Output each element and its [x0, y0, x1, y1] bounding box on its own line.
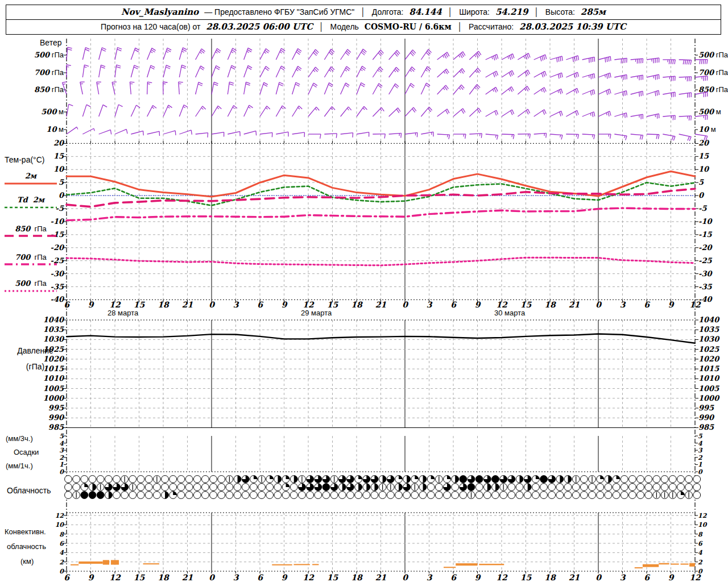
svg-text:12: 12 — [496, 300, 508, 309]
svg-text:15: 15 — [53, 152, 64, 160]
time-axis: 6912151821036912151821036912151821036912… — [64, 141, 701, 317]
svg-text:6: 6 — [450, 300, 457, 309]
svg-text:Ветер: Ветер — [40, 38, 62, 47]
svg-text:-15: -15 — [51, 230, 64, 239]
svg-text:4: 4 — [59, 549, 64, 556]
svg-text:12: 12 — [55, 512, 65, 519]
svg-text:-5: -5 — [56, 204, 64, 213]
svg-text:18: 18 — [544, 573, 556, 582]
svg-text:3: 3 — [698, 447, 703, 454]
svg-text:3: 3 — [620, 300, 626, 309]
svg-text:21: 21 — [569, 573, 580, 582]
svg-text:500 гПа: 500 гПа — [15, 279, 47, 288]
svg-text:21: 21 — [182, 300, 193, 309]
svg-text:1030: 1030 — [43, 335, 65, 343]
svg-text:10 м: 10 м — [698, 125, 716, 134]
svg-text:18: 18 — [158, 573, 169, 582]
svg-text:10: 10 — [55, 521, 65, 529]
svg-text:8: 8 — [698, 531, 703, 538]
svg-text:1015: 1015 — [43, 364, 64, 373]
svg-text:0: 0 — [59, 468, 64, 476]
svg-text:Осадки: Осадки — [14, 448, 39, 456]
svg-text:12: 12 — [496, 573, 508, 582]
svg-text:5: 5 — [698, 178, 704, 186]
svg-text:9: 9 — [282, 573, 288, 582]
svg-text:6: 6 — [64, 300, 70, 309]
svg-text:995: 995 — [698, 404, 714, 412]
svg-text:10: 10 — [698, 165, 710, 173]
svg-text:1020: 1020 — [43, 355, 65, 363]
svg-text:-20: -20 — [51, 243, 65, 252]
svg-text:5: 5 — [698, 433, 703, 440]
svg-text:12: 12 — [303, 573, 315, 582]
svg-text:6: 6 — [450, 573, 457, 582]
svg-text:12: 12 — [698, 512, 708, 519]
svg-text:1035: 1035 — [43, 325, 64, 334]
svg-text:21: 21 — [569, 300, 580, 309]
svg-text:5: 5 — [59, 178, 64, 186]
svg-text:9: 9 — [668, 300, 675, 309]
svg-text:8: 8 — [59, 531, 64, 538]
svg-text:Облачность: Облачность — [7, 486, 51, 495]
svg-text:500 м: 500 м — [698, 107, 721, 116]
svg-text:1035: 1035 — [698, 325, 719, 334]
svg-text:Td 2м: Td 2м — [17, 196, 46, 204]
svg-text:6: 6 — [644, 573, 650, 582]
svg-text:2: 2 — [698, 454, 703, 462]
svg-text:облачность: облачность — [7, 542, 46, 551]
svg-text:10 м: 10 м — [46, 125, 64, 134]
svg-text:21: 21 — [375, 300, 387, 309]
svg-text:5: 5 — [59, 433, 64, 440]
svg-text:990: 990 — [48, 413, 65, 422]
svg-text:0: 0 — [402, 573, 408, 582]
svg-text:1010: 1010 — [43, 374, 65, 383]
svg-text:9: 9 — [282, 300, 288, 309]
svg-text:0: 0 — [209, 300, 215, 309]
svg-text:985: 985 — [698, 423, 714, 431]
svg-text:12: 12 — [303, 300, 315, 309]
svg-text:29 марта: 29 марта — [301, 309, 332, 317]
svg-text:4: 4 — [698, 440, 702, 447]
svg-text:12: 12 — [689, 300, 701, 309]
svg-text:20: 20 — [698, 139, 710, 147]
svg-text:9: 9 — [668, 573, 675, 582]
svg-text:-10: -10 — [698, 217, 713, 226]
svg-text:2м: 2м — [25, 172, 38, 180]
svg-text:700 гПа: 700 гПа — [15, 253, 47, 261]
svg-text:0: 0 — [209, 573, 215, 582]
svg-text:18: 18 — [351, 300, 363, 309]
svg-text:3: 3 — [59, 447, 64, 454]
svg-text:0: 0 — [595, 300, 602, 309]
svg-text:1: 1 — [59, 461, 64, 468]
svg-text:(км): (км) — [20, 557, 34, 566]
svg-text:500 м: 500 м — [41, 107, 64, 116]
svg-text:0: 0 — [698, 468, 703, 476]
svg-text:-15: -15 — [698, 230, 712, 239]
svg-text:15: 15 — [134, 573, 146, 582]
svg-text:3: 3 — [427, 573, 433, 582]
svg-text:850 гПа: 850 гПа — [34, 85, 64, 94]
svg-text:1010: 1010 — [698, 374, 720, 383]
svg-text:18: 18 — [158, 300, 169, 309]
svg-text:(мм/3ч.): (мм/3ч.) — [6, 434, 33, 443]
svg-text:12: 12 — [109, 300, 121, 309]
svg-text:-10: -10 — [51, 217, 65, 226]
svg-text:3: 3 — [427, 300, 433, 309]
svg-text:20: 20 — [53, 139, 65, 147]
svg-text:3: 3 — [620, 573, 626, 582]
svg-text:1030: 1030 — [698, 335, 720, 343]
svg-text:-25: -25 — [698, 256, 712, 265]
svg-text:9: 9 — [475, 573, 481, 582]
svg-text:15: 15 — [698, 152, 709, 160]
svg-text:6: 6 — [257, 573, 263, 582]
svg-text:9: 9 — [88, 573, 94, 582]
svg-text:850 гПа: 850 гПа — [15, 225, 47, 233]
svg-text:1020: 1020 — [698, 355, 720, 363]
svg-text:1: 1 — [698, 461, 702, 468]
svg-text:1015: 1015 — [698, 364, 719, 373]
svg-text:(мм/1ч.): (мм/1ч.) — [6, 462, 33, 470]
svg-text:10: 10 — [698, 521, 708, 529]
pressure-panel: Давление(гПа)104010401035103510301030102… — [17, 315, 720, 431]
svg-text:15: 15 — [520, 573, 532, 582]
svg-text:1000: 1000 — [698, 394, 720, 402]
